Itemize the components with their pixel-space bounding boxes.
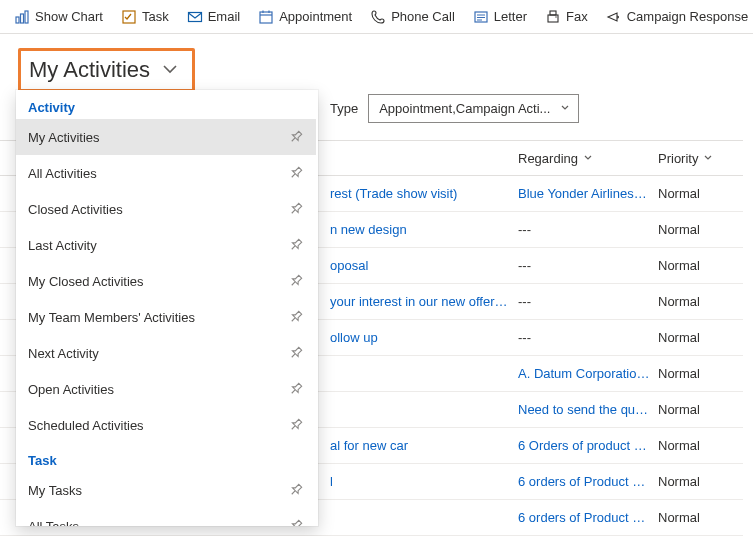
dropdown-item-label: My Tasks: [28, 483, 82, 498]
view-selector[interactable]: My Activities: [18, 48, 195, 92]
dropdown-item[interactable]: My Activities: [16, 119, 316, 155]
priority-cell: Normal: [658, 294, 738, 309]
dropdown-item[interactable]: Closed Activities: [16, 191, 316, 227]
priority-cell: Normal: [658, 222, 738, 237]
view-dropdown-scroll[interactable]: ActivityMy ActivitiesAll ActivitiesClose…: [16, 90, 318, 526]
activity-type-value: Appointment,Campaign Acti...: [379, 101, 550, 116]
dropdown-item[interactable]: Last Activity: [16, 227, 316, 263]
pin-icon[interactable]: [288, 201, 304, 217]
subject-cell[interactable]: l: [330, 474, 518, 489]
dropdown-item-label: Open Activities: [28, 382, 114, 397]
dropdown-item-label: Last Activity: [28, 238, 97, 253]
dropdown-item[interactable]: Next Activity: [16, 335, 316, 371]
toolbar-label: Campaign Response: [627, 9, 748, 24]
priority-cell: Normal: [658, 258, 738, 273]
toolbar-campaign[interactable]: Campaign Response: [600, 5, 753, 29]
dropdown-item[interactable]: Open Activities: [16, 371, 316, 407]
pin-icon[interactable]: [288, 518, 304, 526]
activity-type-select[interactable]: Appointment,Campaign Acti...: [368, 94, 579, 123]
dropdown-section-header: Activity: [16, 90, 316, 119]
chevron-down-icon: [162, 61, 178, 80]
regarding-cell: ---: [518, 330, 658, 345]
toolbar-label: Show Chart: [35, 9, 103, 24]
priority-cell: Normal: [658, 510, 738, 525]
dropdown-item-label: My Closed Activities: [28, 274, 144, 289]
toolbar-label: Email: [208, 9, 241, 24]
priority-cell: Normal: [658, 474, 738, 489]
chevron-down-icon: [703, 153, 713, 163]
toolbar-label: Fax: [566, 9, 588, 24]
regarding-cell[interactable]: A. Datum Corporation (sa: [518, 366, 658, 381]
subject-cell[interactable]: rest (Trade show visit): [330, 186, 518, 201]
dropdown-item-label: Closed Activities: [28, 202, 123, 217]
pin-icon[interactable]: [288, 309, 304, 325]
toolbar-label: Phone Call: [391, 9, 455, 24]
regarding-cell: ---: [518, 222, 658, 237]
view-dropdown: ActivityMy ActivitiesAll ActivitiesClose…: [16, 90, 318, 526]
regarding-cell[interactable]: 6 Orders of product sku J: [518, 438, 658, 453]
regarding-cell[interactable]: Need to send the quotati: [518, 402, 658, 417]
letter-icon: [473, 9, 489, 25]
email-icon: [187, 9, 203, 25]
toolbar-label: Appointment: [279, 9, 352, 24]
dropdown-item-label: My Activities: [28, 130, 100, 145]
chevron-down-icon: [583, 153, 593, 163]
dropdown-item-label: My Team Members' Activities: [28, 310, 195, 325]
priority-cell: Normal: [658, 186, 738, 201]
pin-icon[interactable]: [288, 417, 304, 433]
regarding-cell[interactable]: 6 orders of Product SKU .: [518, 510, 658, 525]
dropdown-item-label: Next Activity: [28, 346, 99, 361]
regarding-cell: ---: [518, 294, 658, 309]
pin-icon[interactable]: [288, 165, 304, 181]
campaign-icon: [606, 9, 622, 25]
toolbar-label: Task: [142, 9, 169, 24]
dropdown-item-label: Scheduled Activities: [28, 418, 144, 433]
chevron-down-icon: [560, 101, 570, 116]
toolbar-letter[interactable]: Letter: [467, 5, 533, 29]
priority-cell: Normal: [658, 366, 738, 381]
task-icon: [121, 9, 137, 25]
toolbar-label: Letter: [494, 9, 527, 24]
subject-cell[interactable]: your interest in our new offerings: [330, 294, 518, 309]
dropdown-item[interactable]: My Closed Activities: [16, 263, 316, 299]
dropdown-section-header: Task: [16, 443, 316, 472]
dropdown-item[interactable]: Scheduled Activities: [16, 407, 316, 443]
fax-icon: [545, 9, 561, 25]
pin-icon[interactable]: [288, 237, 304, 253]
priority-cell: Normal: [658, 330, 738, 345]
dropdown-item[interactable]: My Team Members' Activities: [16, 299, 316, 335]
column-header-regarding[interactable]: Regarding: [518, 151, 658, 166]
subject-cell[interactable]: n new design: [330, 222, 518, 237]
view-title: My Activities: [29, 57, 150, 83]
pin-icon[interactable]: [288, 381, 304, 397]
pin-icon[interactable]: [288, 273, 304, 289]
toolbar-email[interactable]: Email: [181, 5, 247, 29]
toolbar-task[interactable]: Task: [115, 5, 175, 29]
chart-icon: [14, 9, 30, 25]
subject-cell[interactable]: oposal: [330, 258, 518, 273]
dropdown-item[interactable]: My Tasks: [16, 472, 316, 508]
dropdown-item-label: All Tasks: [28, 519, 79, 527]
activity-type-label: Type: [330, 101, 358, 116]
pin-icon[interactable]: [288, 482, 304, 498]
pin-icon[interactable]: [288, 345, 304, 361]
appointment-icon: [258, 9, 274, 25]
toolbar-phone[interactable]: Phone Call: [364, 5, 461, 29]
column-header-priority[interactable]: Priority: [658, 151, 738, 166]
dropdown-item[interactable]: All Tasks: [16, 508, 316, 526]
priority-cell: Normal: [658, 438, 738, 453]
dropdown-item-label: All Activities: [28, 166, 97, 181]
subject-cell[interactable]: ollow up: [330, 330, 518, 345]
command-bar: Show ChartTaskEmailAppointmentPhone Call…: [0, 0, 753, 34]
phone-icon: [370, 9, 386, 25]
regarding-cell[interactable]: 6 orders of Product SKU .: [518, 474, 658, 489]
regarding-cell[interactable]: Blue Yonder Airlines (sam: [518, 186, 658, 201]
toolbar-fax[interactable]: Fax: [539, 5, 594, 29]
priority-cell: Normal: [658, 402, 738, 417]
regarding-cell: ---: [518, 258, 658, 273]
toolbar-chart[interactable]: Show Chart: [8, 5, 109, 29]
pin-icon[interactable]: [288, 129, 304, 145]
dropdown-item[interactable]: All Activities: [16, 155, 316, 191]
subject-cell[interactable]: al for new car: [330, 438, 518, 453]
toolbar-appointment[interactable]: Appointment: [252, 5, 358, 29]
